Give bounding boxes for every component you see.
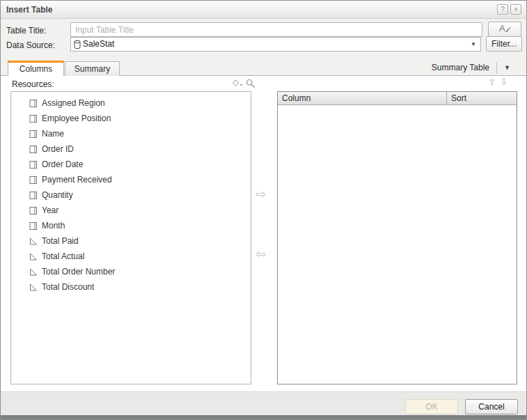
svg-text:A: A xyxy=(499,23,505,33)
list-item-label: Total Paid xyxy=(42,236,79,246)
list-item[interactable]: Total Actual xyxy=(11,249,251,264)
data-source-label: Data Source: xyxy=(6,40,55,50)
list-item[interactable]: Quantity xyxy=(11,187,251,203)
list-item[interactable]: Employee Position xyxy=(11,111,251,126)
list-item-label: Month xyxy=(42,221,65,231)
list-item-label: Assigned Region xyxy=(42,98,105,108)
help-button[interactable]: ? xyxy=(497,4,508,15)
list-item[interactable]: Payment Received xyxy=(11,172,251,187)
move-up-icon[interactable]: ⇧ xyxy=(488,77,496,87)
column-header-column[interactable]: Column xyxy=(278,92,447,104)
filter-button[interactable]: Filter... xyxy=(486,36,522,52)
list-item-label: Payment Received xyxy=(42,175,112,185)
selected-columns-table: Column Sort xyxy=(277,91,517,384)
data-source-dropdown-icon[interactable]: ▼ xyxy=(469,38,478,51)
cancel-button[interactable]: Cancel xyxy=(465,399,518,414)
dialog-titlebar[interactable]: Insert Table ? × xyxy=(1,1,526,19)
resources-list: Assigned RegionEmployee PositionNameOrde… xyxy=(10,91,251,384)
list-item[interactable]: Total Paid xyxy=(11,233,251,249)
table-title-label: Table Title: xyxy=(6,26,46,36)
list-item-label: Order ID xyxy=(42,144,74,154)
columns-tab-panel: Resources: ◇▾ Assigned RegionEmployee Po… xyxy=(1,76,526,393)
add-column-icon[interactable]: ⇨ xyxy=(255,188,266,201)
data-source-value: SaleStat xyxy=(83,38,114,51)
resources-toolbar: ◇▾ xyxy=(233,77,256,90)
summary-table-label: Summary Table xyxy=(432,61,489,75)
insert-table-dialog: Insert Table ? × Table Title: A Data Sou… xyxy=(0,0,527,420)
move-down-icon[interactable]: ⇩ xyxy=(500,77,508,87)
font-style-button[interactable]: A xyxy=(488,22,521,37)
column-field-icon xyxy=(29,114,38,123)
column-field-icon xyxy=(29,145,38,154)
tab-strip: Columns Summary Summary Table ▼ xyxy=(1,61,526,76)
selected-columns-header: Column Sort xyxy=(278,92,517,105)
column-field-icon xyxy=(29,99,38,108)
measure-icon xyxy=(29,283,38,292)
measure-icon xyxy=(29,267,38,277)
ok-button[interactable]: OK xyxy=(405,399,458,414)
column-header-sort[interactable]: Sort xyxy=(447,92,517,104)
summary-table-dropdown-icon[interactable]: ▼ xyxy=(504,61,510,75)
list-item[interactable]: Order Date xyxy=(11,157,251,172)
list-item[interactable]: Total Order Number xyxy=(11,264,251,279)
data-source-combo[interactable]: SaleStat ▼ xyxy=(70,37,481,52)
list-item-label: Name xyxy=(42,129,64,139)
window-bottom-edge xyxy=(1,415,526,419)
list-item-label: Total Order Number xyxy=(42,267,115,277)
remove-column-icon[interactable]: ⇦ xyxy=(255,248,266,260)
list-item-label: Employee Position xyxy=(42,114,111,123)
list-item[interactable]: Total Discount xyxy=(11,279,251,295)
column-field-icon xyxy=(29,160,38,169)
list-item-label: Quantity xyxy=(42,190,73,200)
tab-columns[interactable]: Columns xyxy=(8,61,64,76)
column-field-icon xyxy=(29,191,38,200)
list-item[interactable]: Assigned Region xyxy=(11,95,251,111)
close-button[interactable]: × xyxy=(510,4,521,15)
sort-order-icon[interactable]: ◇▾ xyxy=(233,77,239,87)
help-icon: ? xyxy=(501,6,505,13)
database-icon xyxy=(73,40,81,52)
resources-label: Resources: xyxy=(12,79,54,89)
table-title-input[interactable] xyxy=(70,22,482,37)
column-field-icon xyxy=(29,130,38,139)
list-item-label: Total Actual xyxy=(42,251,84,261)
list-item-label: Year xyxy=(42,205,58,215)
close-icon: × xyxy=(514,6,518,13)
dialog-title: Insert Table xyxy=(6,1,52,19)
measure-icon xyxy=(29,237,38,246)
list-item[interactable]: Month xyxy=(11,218,251,233)
divider xyxy=(496,62,497,74)
column-field-icon xyxy=(29,176,38,185)
measure-icon xyxy=(29,252,38,261)
column-field-icon xyxy=(29,206,38,215)
list-item-label: Total Discount xyxy=(42,282,94,292)
tab-summary[interactable]: Summary xyxy=(65,61,120,76)
list-item[interactable]: Name xyxy=(11,126,251,141)
search-icon[interactable] xyxy=(246,79,255,91)
font-style-icon: A xyxy=(497,23,512,36)
list-item-label: Order Date xyxy=(42,160,83,169)
list-item[interactable]: Order ID xyxy=(11,141,251,157)
list-item[interactable]: Year xyxy=(11,203,251,218)
column-field-icon xyxy=(29,221,38,231)
